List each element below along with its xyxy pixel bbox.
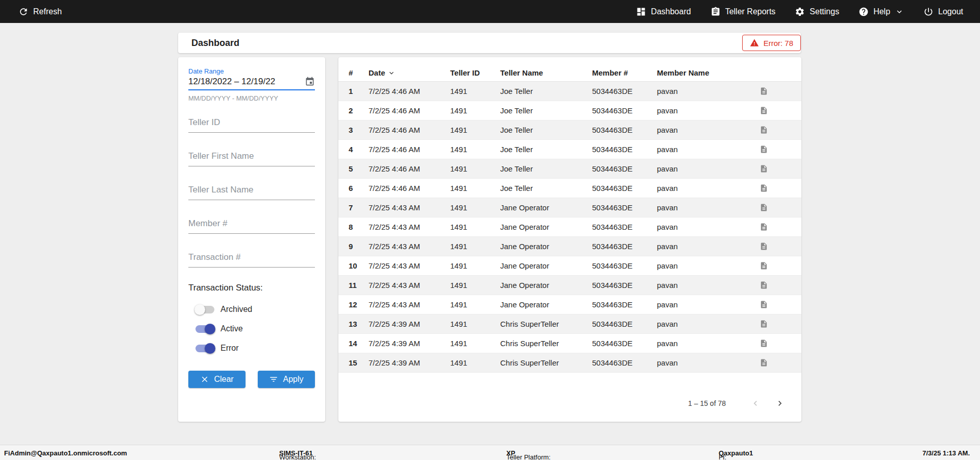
refresh-button[interactable]: Refresh [18, 7, 62, 17]
member-number-input[interactable] [188, 219, 315, 234]
note-icon[interactable] [760, 184, 768, 192]
row-teller-id: 1491 [450, 358, 500, 367]
row-teller-id: 1491 [450, 203, 500, 212]
table-row[interactable]: 3 7/2/25 4:46 AM 1491 Joe Teller 5034463… [338, 120, 801, 140]
row-member-name: pavan [657, 242, 760, 251]
row-teller-name: Chris SuperTeller [500, 339, 592, 348]
row-date: 7/2/25 4:39 AM [369, 320, 450, 328]
filter-icon [269, 375, 278, 384]
nav-settings-label: Settings [810, 7, 839, 16]
table-row[interactable]: 8 7/2/25 4:43 AM 1491 Jane Operator 5034… [338, 217, 801, 237]
row-teller-name: Joe Teller [500, 87, 592, 95]
date-range-label: Date Range [188, 67, 315, 75]
error-badge-label: Error: 78 [764, 39, 793, 47]
table-row[interactable]: 12 7/2/25 4:43 AM 1491 Jane Operator 503… [338, 295, 801, 314]
row-date: 7/2/25 4:43 AM [369, 203, 450, 212]
error-badge[interactable]: Error: 78 [742, 35, 801, 51]
note-icon[interactable] [760, 87, 768, 95]
row-member-name: pavan [657, 145, 760, 154]
table-row[interactable]: 9 7/2/25 4:43 AM 1491 Jane Operator 5034… [338, 237, 801, 256]
note-icon[interactable] [760, 126, 768, 134]
previous-page-button[interactable] [746, 394, 765, 413]
column-header-teller-id: Teller ID [450, 68, 500, 77]
clear-button[interactable]: Clear [188, 371, 246, 388]
note-icon[interactable] [760, 164, 768, 173]
table-row[interactable]: 11 7/2/25 4:43 AM 1491 Jane Operator 503… [338, 276, 801, 295]
footer-workstation: Workstation: SIMS-IT-61 [279, 449, 313, 457]
status-footer: FiAdmin@Qaxpauto1.onmicrosoft.com Workst… [0, 445, 980, 460]
column-header-teller-name: Teller Name [500, 68, 592, 77]
note-icon[interactable] [760, 320, 768, 328]
nav-settings-button[interactable]: Settings [795, 7, 839, 17]
note-icon[interactable] [760, 242, 768, 251]
row-date: 7/2/25 4:46 AM [369, 126, 450, 134]
table-row[interactable]: 10 7/2/25 4:43 AM 1491 Jane Operator 503… [338, 256, 801, 276]
page-title: Dashboard [191, 38, 239, 49]
note-icon[interactable] [760, 261, 768, 270]
error-toggle-label: Error [220, 344, 239, 353]
table-row[interactable]: 7 7/2/25 4:43 AM 1491 Jane Operator 5034… [338, 198, 801, 217]
table-row[interactable]: 4 7/2/25 4:46 AM 1491 Joe Teller 5034463… [338, 140, 801, 159]
date-range-input[interactable] [188, 77, 302, 87]
column-header-date[interactable]: Date [369, 68, 450, 77]
note-icon[interactable] [760, 358, 768, 367]
calendar-icon[interactable] [305, 77, 315, 87]
table-row[interactable]: 1 7/2/25 4:46 AM 1491 Joe Teller 5034463… [338, 82, 801, 101]
note-icon[interactable] [760, 300, 768, 309]
row-teller-id: 1491 [450, 106, 500, 115]
teller-id-input[interactable] [188, 117, 315, 133]
table-row[interactable]: 5 7/2/25 4:46 AM 1491 Joe Teller 5034463… [338, 159, 801, 179]
row-teller-id: 1491 [450, 126, 500, 134]
refresh-icon [18, 7, 29, 17]
nav-teller-reports-button[interactable]: Teller Reports [710, 7, 776, 17]
archived-toggle[interactable]: Archived [195, 303, 315, 316]
teller-first-name-input[interactable] [188, 151, 315, 166]
row-teller-name: Joe Teller [500, 106, 592, 115]
clear-button-label: Clear [214, 375, 233, 384]
table-row[interactable]: 14 7/2/25 4:39 AM 1491 Chris SuperTeller… [338, 334, 801, 353]
column-header-member-name: Member Name [657, 68, 760, 77]
results-table-card: # Date Teller ID Teller Name Member # Me… [338, 57, 801, 422]
row-member-num: 5034463DE [592, 261, 657, 270]
next-page-button[interactable] [771, 394, 789, 413]
row-teller-id: 1491 [450, 320, 500, 328]
table-row[interactable]: 2 7/2/25 4:46 AM 1491 Joe Teller 5034463… [338, 101, 801, 120]
row-teller-name: Joe Teller [500, 145, 592, 154]
refresh-label: Refresh [33, 7, 62, 16]
row-teller-name: Chris SuperTeller [500, 320, 592, 328]
warning-triangle-icon [750, 38, 759, 47]
table-row[interactable]: 13 7/2/25 4:39 AM 1491 Chris SuperTeller… [338, 314, 801, 334]
nav-help-button[interactable]: Help [859, 7, 904, 17]
table-row[interactable]: 15 7/2/25 4:39 AM 1491 Chris SuperTeller… [338, 353, 801, 373]
note-icon[interactable] [760, 339, 768, 348]
active-switch-knob [205, 324, 215, 334]
note-icon[interactable] [760, 281, 768, 289]
note-icon[interactable] [760, 145, 768, 154]
teller-last-name-input[interactable] [188, 185, 315, 200]
row-date: 7/2/25 4:43 AM [369, 300, 450, 309]
row-teller-id: 1491 [450, 87, 500, 95]
row-date: 7/2/25 4:46 AM [369, 145, 450, 154]
row-date: 7/2/25 4:43 AM [369, 261, 450, 270]
table-row[interactable]: 6 7/2/25 4:46 AM 1491 Joe Teller 5034463… [338, 179, 801, 198]
note-icon[interactable] [760, 106, 768, 115]
pagination-range-label: 1 – 15 of 78 [688, 399, 726, 407]
row-number: 2 [349, 106, 369, 115]
clipboard-icon [710, 7, 721, 17]
row-teller-name: Jane Operator [500, 242, 592, 251]
note-icon[interactable] [760, 203, 768, 212]
row-member-num: 5034463DE [592, 223, 657, 231]
active-toggle[interactable]: Active [195, 323, 315, 335]
footer-teller-platform: Teller Platform: XP [506, 449, 515, 457]
row-member-name: pavan [657, 223, 760, 231]
transaction-number-input[interactable] [188, 252, 315, 268]
row-number: 5 [349, 164, 369, 173]
nav-dashboard-button[interactable]: Dashboard [636, 7, 691, 17]
error-toggle[interactable]: Error [195, 342, 315, 354]
row-date: 7/2/25 4:39 AM [369, 339, 450, 348]
footer-user: FiAdmin@Qaxpauto1.onmicrosoft.com [4, 449, 127, 457]
row-number: 4 [349, 145, 369, 154]
note-icon[interactable] [760, 223, 768, 231]
logout-button[interactable]: Logout [923, 7, 963, 17]
apply-button[interactable]: Apply [258, 371, 315, 388]
